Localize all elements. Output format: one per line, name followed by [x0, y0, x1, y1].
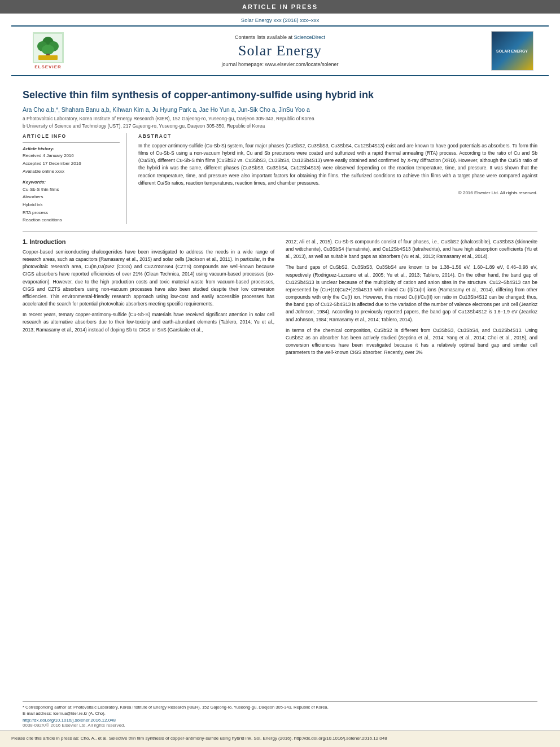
article-content: Selective thin film synthesis of copper-…: [0, 76, 560, 697]
article-info-heading: ARTICLE INFO: [23, 133, 120, 139]
tree-svg: [34, 34, 62, 62]
cite-text: Please cite this article in press as: Ch…: [11, 735, 549, 742]
keywords-section: Keywords: Cu-Sb-S thin films Absorbers H…: [23, 180, 120, 224]
available-online: Available online xxxx: [23, 168, 120, 175]
info-abstract-cols: ARTICLE INFO Article history: Received 4…: [23, 133, 537, 224]
footnotes: * Corresponding author at: Photovoltaic …: [23, 701, 537, 731]
copyright: © 2016 Elsevier Ltd. All rights reserved…: [138, 190, 537, 195]
affil-a: a Photovoltaic Laboratory, Korea Institu…: [23, 115, 537, 123]
journal-homepage: journal homepage: www.elsevier.com/locat…: [79, 62, 481, 67]
journal-title: Solar Energy: [79, 42, 481, 59]
corresponding-author: * Corresponding author at: Photovoltaic …: [23, 704, 537, 710]
intro-title: 1. Introduction: [23, 238, 274, 245]
section-divider: [23, 231, 537, 231]
abstract-col: ABSTRACT In the copper-antimony-sulfide …: [138, 133, 537, 224]
info-divider: [23, 142, 120, 143]
intro-para-1: Copper-based semiconducting chalcogenide…: [23, 248, 274, 308]
intro-para-2: In recent years, ternary copper-antimony…: [23, 311, 274, 334]
keyword-2: Absorbers: [23, 193, 120, 201]
elsevier-tree-icon: [33, 32, 64, 63]
doi-link[interactable]: http://dx.doi.org/10.1016/j.solener.2016…: [23, 718, 537, 723]
keywords-label: Keywords:: [23, 180, 120, 185]
received-date: Received 4 January 2016: [23, 152, 120, 159]
email-footnote: E-mail address: icemua@kier.re.kr (A. Ch…: [23, 710, 537, 717]
affiliations: a Photovoltaic Laboratory, Korea Institu…: [23, 115, 537, 130]
abstract-heading: ABSTRACT: [138, 133, 537, 139]
elsevier-logo: ELSEVIER: [23, 32, 73, 69]
keyword-4: RTA process: [23, 209, 120, 217]
keyword-3: Hybrid ink: [23, 201, 120, 209]
intro-right-para-3: In terms of the chemical composition, Cu…: [286, 327, 537, 357]
authors: Ara Cho a,b,*, Shahara Banu a,b, Kihwan …: [23, 106, 537, 113]
journal-header: ELSEVIER Contents lists available at Sci…: [11, 25, 549, 76]
keyword-5: Reaction conditions: [23, 216, 120, 224]
body-cols: 1. Introduction Copper-based semiconduct…: [23, 238, 537, 360]
affil-b: b University of Science and Technology (…: [23, 123, 537, 130]
cite-bar: Please cite this article in press as: Ch…: [0, 730, 560, 747]
issn-copyright: 0038-092X/© 2016 Elsevier Ltd. All right…: [23, 723, 537, 728]
abstract-text: In the copper-antimony-sulfide (Cu-Sb-S)…: [138, 142, 537, 187]
sciencedirect-link[interactable]: ScienceDirect: [294, 34, 326, 40]
svg-rect-6: [38, 55, 58, 60]
journal-ref: Solar Energy xxx (2016) xxx–xxx: [0, 14, 560, 25]
history-label: Article history:: [23, 146, 120, 151]
banner-text: ARTICLE IN PRESS: [242, 3, 318, 10]
article-title: Selective thin film synthesis of copper-…: [23, 89, 537, 102]
body-right-col: 2012; Ali et al., 2015). Cu-Sb-S compoun…: [286, 238, 537, 360]
elsevier-brand-text: ELSEVIER: [34, 64, 62, 69]
journal-center: Contents lists available at ScienceDirec…: [73, 34, 487, 67]
solar-energy-logo: SOLAR ENERGY: [491, 31, 533, 71]
solar-energy-logo-box: SOLAR ENERGY: [487, 31, 537, 71]
intro-right-para-2: The band gaps of CuSbS2, Cu3SbS3, Cu3SbS…: [286, 264, 537, 323]
svg-point-4: [42, 45, 54, 55]
page: ARTICLE IN PRESS Solar Energy xxx (2016)…: [0, 0, 560, 747]
contents-line: Contents lists available at ScienceDirec…: [79, 34, 481, 40]
body-left-col: 1. Introduction Copper-based semiconduct…: [23, 238, 274, 360]
homepage-url[interactable]: www.elsevier.com/locate/solener: [265, 62, 339, 67]
article-in-press-banner: ARTICLE IN PRESS: [0, 0, 560, 14]
intro-right-para-1: 2012; Ali et al., 2015). Cu-Sb-S compoun…: [286, 238, 537, 261]
accepted-date: Accepted 17 December 2016: [23, 160, 120, 167]
article-info-col: ARTICLE INFO Article history: Received 4…: [23, 133, 127, 224]
keyword-1: Cu-Sb-S thin films: [23, 186, 120, 194]
